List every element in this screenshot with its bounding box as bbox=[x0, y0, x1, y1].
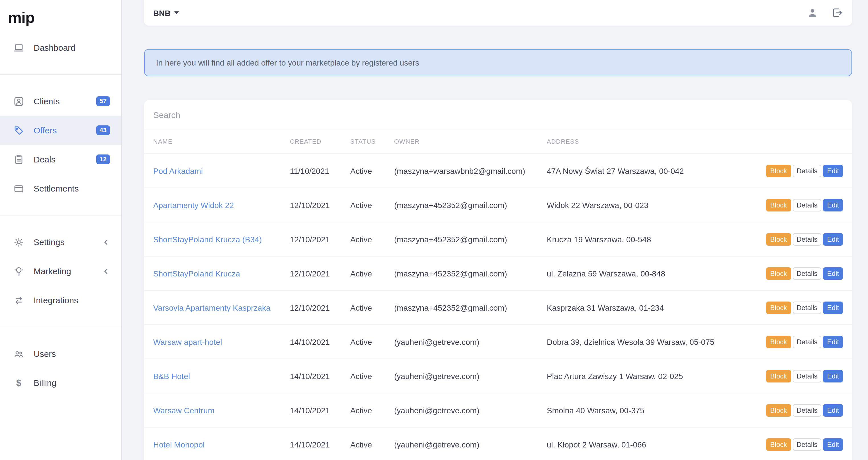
chevron-left-icon bbox=[102, 238, 110, 246]
block-button[interactable]: Block bbox=[766, 267, 791, 280]
created-cell: 11/10/2021 bbox=[290, 166, 350, 175]
address-cell: 47A Nowy Świat 27 Warszawa, 00-042 bbox=[547, 166, 760, 175]
column-header-status: STATUS bbox=[350, 138, 394, 145]
sidebar-item-label: Integrations bbox=[34, 295, 78, 305]
sidebar-item-label: Deals bbox=[34, 154, 56, 164]
column-header-created: CREATED bbox=[290, 138, 350, 145]
details-button[interactable]: Details bbox=[793, 199, 821, 211]
offers-count-badge: 43 bbox=[96, 125, 110, 135]
edit-button[interactable]: Edit bbox=[823, 165, 843, 177]
owner-cell: (yauheni@getreve.com) bbox=[394, 440, 547, 449]
sidebar-item-deals[interactable]: Deals 12 bbox=[0, 145, 121, 174]
details-button[interactable]: Details bbox=[793, 370, 821, 382]
block-button[interactable]: Block bbox=[766, 233, 791, 246]
deals-count-badge: 12 bbox=[96, 154, 110, 164]
sidebar: mip Dashboard Clients 57 Offer bbox=[0, 0, 122, 460]
edit-button[interactable]: Edit bbox=[823, 336, 843, 348]
row-actions: Block Details Edit bbox=[760, 301, 843, 314]
workspace-dropdown[interactable]: BNB bbox=[153, 8, 179, 18]
status-cell: Active bbox=[350, 440, 394, 449]
created-cell: 14/10/2021 bbox=[290, 440, 350, 449]
main-area: BNB In here you will find all added offe… bbox=[122, 0, 868, 460]
offer-name-link[interactable]: Apartamenty Widok 22 bbox=[153, 200, 290, 209]
offer-name-link[interactable]: ShortStayPoland Krucza (B34) bbox=[153, 235, 290, 244]
offer-name-link[interactable]: B&B Hotel bbox=[153, 371, 290, 380]
offer-name-link[interactable]: Hotel Monopol bbox=[153, 440, 290, 449]
deals-icon bbox=[13, 154, 25, 165]
logout-icon[interactable] bbox=[831, 7, 843, 19]
sidebar-divider bbox=[0, 74, 121, 75]
offer-name-link[interactable]: Warsaw Centrum bbox=[153, 406, 290, 415]
sidebar-item-offers[interactable]: Offers 43 bbox=[0, 116, 121, 145]
sidebar-item-billing[interactable]: $ Billing bbox=[0, 368, 121, 397]
sidebar-item-settings[interactable]: Settings bbox=[0, 227, 121, 257]
offer-name-link[interactable]: Pod Arkadami bbox=[153, 166, 290, 175]
sidebar-item-integrations[interactable]: Integrations bbox=[0, 286, 121, 315]
search-input[interactable] bbox=[153, 110, 843, 119]
details-button[interactable]: Details bbox=[793, 301, 821, 314]
table-row: Warsaw Centrum 14/10/2021 Active (yauhen… bbox=[144, 393, 852, 428]
address-cell: Krucza 19 Warszawa, 00-548 bbox=[547, 235, 760, 244]
offer-name-link[interactable]: Warsaw apart-hotel bbox=[153, 337, 290, 346]
details-button[interactable]: Details bbox=[793, 404, 821, 416]
block-button[interactable]: Block bbox=[766, 370, 791, 382]
table-row: Pod Arkadami 11/10/2021 Active (maszyna+… bbox=[144, 154, 852, 188]
owner-cell: (yauheni@getreve.com) bbox=[394, 406, 547, 415]
address-cell: Kasprzaka 31 Warszawa, 01-234 bbox=[547, 303, 760, 312]
address-cell: ul. Kłopot 2 Warsaw, 01-066 bbox=[547, 440, 760, 449]
sidebar-item-clients[interactable]: Clients 57 bbox=[0, 87, 121, 116]
table-row: Apartamenty Widok 22 12/10/2021 Active (… bbox=[144, 188, 852, 222]
details-button[interactable]: Details bbox=[793, 165, 821, 177]
block-button[interactable]: Block bbox=[766, 404, 791, 416]
owner-cell: (maszyna+452352@gmail.com) bbox=[394, 235, 547, 244]
sidebar-item-users[interactable]: Users bbox=[0, 339, 121, 368]
user-icon[interactable] bbox=[806, 7, 818, 19]
sidebar-item-label: Settlements bbox=[34, 183, 79, 193]
row-actions: Block Details Edit bbox=[760, 404, 843, 416]
status-cell: Active bbox=[350, 303, 394, 312]
details-button[interactable]: Details bbox=[793, 233, 821, 246]
address-cell: Dobra 39, dzielnica Wesoła 39 Warsaw, 05… bbox=[547, 337, 760, 346]
table-row: Warsaw apart-hotel 14/10/2021 Active (ya… bbox=[144, 325, 852, 359]
edit-button[interactable]: Edit bbox=[823, 199, 843, 211]
sidebar-item-label: Marketing bbox=[34, 266, 71, 276]
details-button[interactable]: Details bbox=[793, 267, 821, 280]
block-button[interactable]: Block bbox=[766, 199, 791, 211]
details-button[interactable]: Details bbox=[793, 438, 821, 451]
column-header-name: NAME bbox=[153, 138, 290, 145]
status-cell: Active bbox=[350, 371, 394, 380]
dashboard-icon bbox=[13, 42, 25, 53]
row-actions: Block Details Edit bbox=[760, 336, 843, 348]
edit-button[interactable]: Edit bbox=[823, 438, 843, 451]
owner-cell: (maszyna+452352@gmail.com) bbox=[394, 303, 547, 312]
integrations-icon bbox=[13, 294, 25, 306]
block-button[interactable]: Block bbox=[766, 301, 791, 314]
sidebar-item-marketing[interactable]: Marketing bbox=[0, 257, 121, 286]
column-header-address: ADDRESS bbox=[547, 138, 760, 145]
block-button[interactable]: Block bbox=[766, 165, 791, 177]
workspace-label: BNB bbox=[153, 8, 170, 18]
offer-name-link[interactable]: Varsovia Apartamenty Kasprzaka bbox=[153, 303, 290, 312]
row-actions: Block Details Edit bbox=[760, 438, 843, 451]
table-row: Hotel Monopol 14/10/2021 Active (yauheni… bbox=[144, 428, 852, 460]
sidebar-item-dashboard[interactable]: Dashboard bbox=[0, 33, 121, 62]
created-cell: 14/10/2021 bbox=[290, 337, 350, 346]
sidebar-item-settlements[interactable]: Settlements bbox=[0, 174, 121, 203]
edit-button[interactable]: Edit bbox=[823, 233, 843, 246]
offer-name-link[interactable]: ShortStayPoland Krucza bbox=[153, 269, 290, 278]
block-button[interactable]: Block bbox=[766, 336, 791, 348]
table-row: Varsovia Apartamenty Kasprzaka 12/10/202… bbox=[144, 291, 852, 325]
status-cell: Active bbox=[350, 406, 394, 415]
banner-text: In here you will find all added offer to… bbox=[156, 58, 419, 67]
details-button[interactable]: Details bbox=[793, 336, 821, 348]
row-actions: Block Details Edit bbox=[760, 233, 843, 246]
table-row: ShortStayPoland Krucza 12/10/2021 Active… bbox=[144, 257, 852, 291]
edit-button[interactable]: Edit bbox=[823, 370, 843, 382]
sidebar-divider bbox=[0, 215, 121, 215]
address-cell: Smolna 40 Warsaw, 00-375 bbox=[547, 406, 760, 415]
table-row: B&B Hotel 14/10/2021 Active (yauheni@get… bbox=[144, 359, 852, 393]
block-button[interactable]: Block bbox=[766, 438, 791, 451]
edit-button[interactable]: Edit bbox=[823, 301, 843, 314]
edit-button[interactable]: Edit bbox=[823, 267, 843, 280]
edit-button[interactable]: Edit bbox=[823, 404, 843, 416]
